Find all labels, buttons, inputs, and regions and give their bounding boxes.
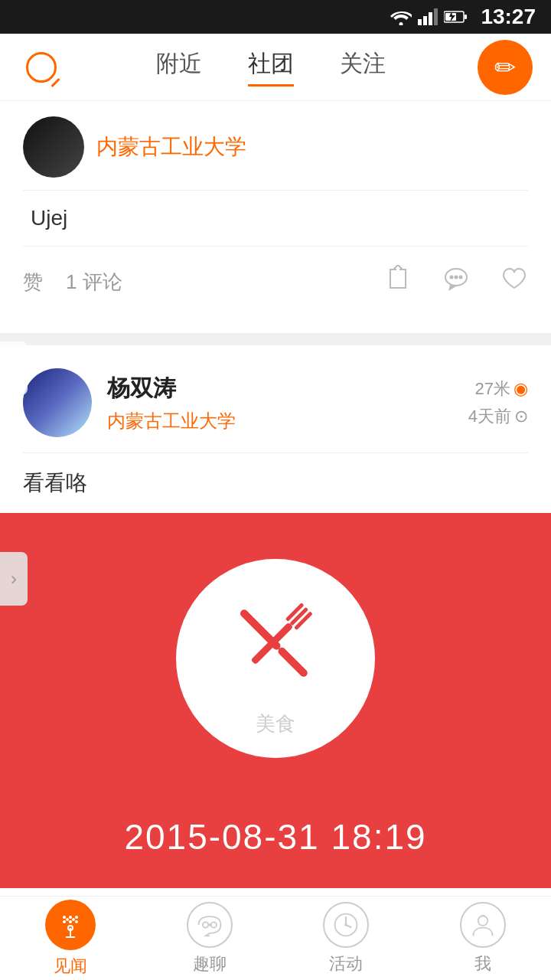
- bottom-nav: 见闻 趣聊 活动: [0, 896, 551, 980]
- svg-point-30: [69, 920, 72, 923]
- side-arrow-button[interactable]: [0, 341, 28, 395]
- search-button[interactable]: [18, 44, 64, 90]
- nav-tabs: 附近 社团 关注: [64, 48, 478, 87]
- tab-community[interactable]: 社团: [248, 48, 294, 87]
- tab-nearby[interactable]: 附近: [156, 48, 202, 87]
- post-header: 杨双涛 内蒙古工业大学 27米 ◉ 4天前 ⊙: [23, 368, 528, 437]
- post-datetime: 2015-08-31 18:19: [124, 816, 426, 858]
- svg-point-43: [478, 916, 487, 926]
- me-label: 我: [474, 952, 491, 975]
- tab-follow[interactable]: 关注: [340, 48, 386, 87]
- svg-rect-5: [465, 15, 467, 19]
- top-nav: 附近 社团 关注 ✏: [0, 34, 551, 101]
- user-avatar[interactable]: [23, 368, 92, 437]
- compose-button[interactable]: ✏: [478, 40, 533, 95]
- partial-content: Ujej: [23, 206, 528, 230]
- svg-point-26: [63, 916, 66, 919]
- like-label: 赞: [23, 269, 43, 296]
- news-icon: [45, 900, 96, 950]
- bottom-nav-chat[interactable]: 趣聊: [187, 902, 233, 975]
- partial-post-top: 内蒙古工业大学 Ujej 赞 1 评论: [0, 101, 551, 333]
- post-meta: 27米 ◉ 4天前 ⊙: [468, 377, 528, 428]
- svg-point-42: [344, 923, 347, 926]
- svg-point-10: [451, 276, 453, 279]
- svg-point-29: [63, 920, 66, 923]
- svg-point-27: [69, 916, 72, 919]
- bottom-nav-me[interactable]: 我: [460, 902, 506, 975]
- bottom-nav-activity[interactable]: 活动: [323, 902, 369, 975]
- food-icon: [214, 580, 337, 703]
- svg-rect-1: [423, 16, 427, 25]
- chat-icon: [187, 902, 233, 948]
- news-label: 见闻: [54, 955, 87, 978]
- user-school: 内蒙古工业大学: [107, 409, 468, 433]
- activity-icon: [323, 902, 369, 948]
- partial-school: 内蒙古工业大学: [96, 132, 246, 162]
- username: 杨双涛: [107, 373, 468, 404]
- signal-icon: [418, 8, 438, 25]
- user-info: 杨双涛 内蒙古工业大学: [107, 373, 468, 433]
- post-image[interactable]: 美食 2015-08-31 18:19: [0, 513, 551, 888]
- status-bar: 13:27: [0, 0, 551, 34]
- clock-icon: ⊙: [514, 407, 528, 426]
- distance-info: 27米 ◉: [475, 377, 528, 400]
- svg-rect-0: [418, 19, 422, 25]
- me-icon: [460, 902, 506, 948]
- svg-rect-2: [429, 12, 432, 25]
- location-icon: ◉: [514, 379, 528, 399]
- heart-icon[interactable]: [500, 265, 528, 299]
- post-divider: [23, 452, 528, 453]
- search-icon: [26, 52, 57, 83]
- battery-icon: [444, 10, 467, 24]
- svg-point-38: [208, 923, 211, 926]
- activity-label: 活动: [329, 952, 363, 975]
- svg-point-32: [66, 918, 69, 921]
- svg-point-36: [203, 922, 208, 927]
- svg-point-37: [211, 922, 217, 927]
- comment-count: 1 评论: [66, 269, 122, 296]
- food-label: 美食: [256, 710, 295, 737]
- comment-icon[interactable]: [442, 265, 470, 299]
- side-chevron[interactable]: ›: [0, 552, 28, 606]
- compose-icon: ✏: [494, 52, 516, 83]
- share-icon[interactable]: [384, 265, 412, 299]
- time-text: 4天前: [468, 405, 511, 428]
- svg-point-12: [460, 276, 462, 279]
- action-icons: [384, 265, 528, 299]
- partial-avatar: [23, 116, 84, 178]
- distance-text: 27米: [475, 377, 510, 400]
- partial-user-row: 内蒙古工业大学: [23, 116, 528, 178]
- svg-point-31: [75, 920, 78, 923]
- bottom-nav-news[interactable]: 见闻: [45, 900, 96, 978]
- wifi-icon: [390, 8, 412, 25]
- svg-point-33: [72, 918, 75, 921]
- svg-point-28: [75, 916, 78, 919]
- main-post-card: › 杨双涛 内蒙古工业大学 27米 ◉ 4天前 ⊙: [0, 345, 551, 975]
- chevron-right-icon: ›: [11, 568, 17, 590]
- svg-point-11: [455, 276, 458, 279]
- time-info: 4天前 ⊙: [468, 405, 528, 428]
- partial-actions: 赞 1 评论: [23, 246, 528, 318]
- comment-section[interactable]: 1 评论: [66, 269, 384, 296]
- status-time: 13:27: [481, 5, 536, 29]
- like-section[interactable]: 赞: [23, 269, 43, 296]
- divider: [23, 190, 528, 191]
- svg-rect-14: [276, 645, 308, 678]
- chat-label: 趣聊: [193, 952, 227, 975]
- svg-rect-3: [434, 8, 438, 25]
- post-content: 看看咯: [23, 469, 528, 498]
- food-icon-container: 美食: [176, 559, 375, 758]
- status-icons: 13:27: [390, 5, 536, 29]
